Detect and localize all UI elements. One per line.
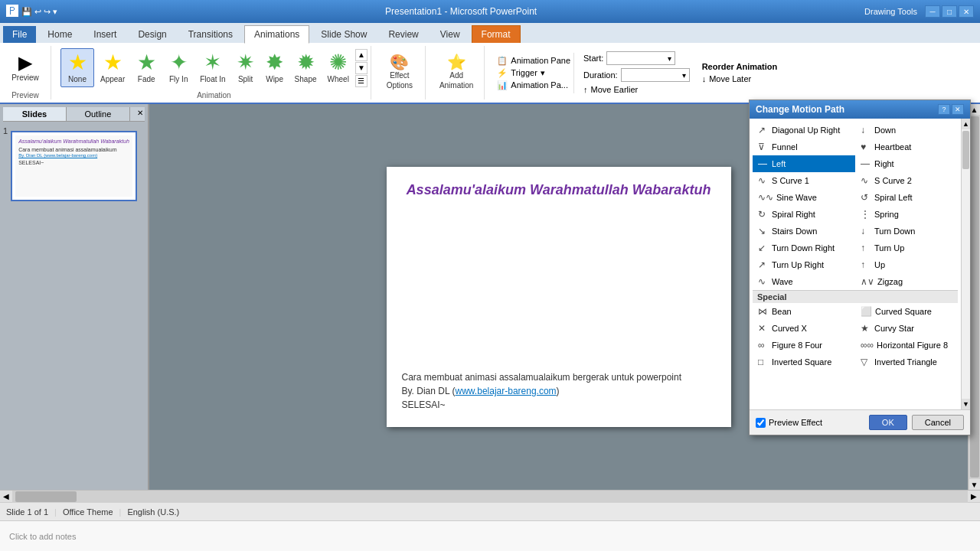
slide-title: Assalamu'alaikum Warahmatullah Wabaraktu… [402, 182, 716, 198]
h-scroll-thumb[interactable] [15, 491, 77, 502]
tab-insert[interactable]: Insert [83, 25, 126, 43]
slide-thumbnail[interactable]: Assalamu'alaikum Warahmatullah Wabaraktu… [11, 131, 137, 201]
wheel-label: Wheel [328, 75, 349, 83]
s-curve-1-icon: ∿ [758, 175, 769, 186]
item-curvy-star[interactable]: ★ Curvy Star [855, 320, 958, 337]
item-heartbeat[interactable]: ♥ Heartbeat [855, 139, 958, 155]
animation-pane-btn[interactable]: Animation Pane [511, 56, 570, 65]
move-earlier-btn[interactable]: Move Earlier [591, 85, 639, 94]
cancel-button[interactable]: Cancel [912, 415, 964, 430]
turn-up-right-icon: ↗ [758, 259, 769, 270]
title-bar: 🅿 💾 ↩ ↪ ▾ Presentation1 - Microsoft Powe… [0, 0, 980, 23]
item-spiral-right[interactable]: ↻ Spiral Right [753, 206, 855, 223]
item-spring[interactable]: ⋮ Spring [855, 206, 958, 223]
trigger-btn[interactable]: Trigger [511, 68, 537, 77]
close-button[interactable]: ✕ [959, 5, 974, 18]
item-turn-down[interactable]: ↓ Turn Down [855, 223, 958, 240]
dialog-scroll-down[interactable]: ▼ [962, 399, 970, 409]
preview-effect-checkbox[interactable] [756, 418, 766, 428]
notes-bar[interactable]: Click to add notes [0, 520, 980, 551]
tab-slideshow[interactable]: Slide Show [311, 25, 377, 43]
item-zigzag[interactable]: ∧∨ Zigzag [855, 273, 958, 290]
anim-none[interactable]: ★ None [60, 48, 94, 87]
anim-shape[interactable]: ✹ Shape [290, 49, 322, 86]
tab-home[interactable]: Home [38, 25, 82, 43]
trigger-row: ⚡ Trigger ▾ [497, 68, 570, 78]
item-right[interactable]: — Right [855, 155, 958, 172]
scroll-more-btn[interactable]: ☰ [355, 75, 368, 87]
move-later-btn[interactable]: Move Later [709, 74, 751, 83]
anim-floatin[interactable]: ✶ Float In [195, 49, 230, 86]
preview-group-label: Preview [11, 91, 39, 99]
item-turn-down-right[interactable]: ↙ Turn Down Right [753, 240, 855, 256]
item-diagonal-up-right[interactable]: ↗ Diagonal Up Right [753, 122, 855, 139]
duration-input[interactable]: ▾ [621, 68, 690, 82]
scroll-down-arrow[interactable]: ▼ [969, 479, 980, 490]
item-down[interactable]: ↓ Down [855, 122, 958, 139]
tab-animations[interactable]: Animations [244, 25, 309, 44]
item-sine-wave[interactable]: ∿∿ Sine Wave [753, 189, 855, 206]
item-bean[interactable]: ⋈ Bean [753, 303, 855, 320]
preview-button[interactable]: ▶ Preview [6, 51, 44, 85]
item-s-curve-1[interactable]: ∿ S Curve 1 [753, 172, 855, 189]
anim-appear[interactable]: ★ Appear [96, 49, 129, 86]
item-s-curve-2[interactable]: ∿ S Curve 2 [855, 172, 958, 189]
h-scroll-right[interactable]: ▶ [968, 491, 980, 502]
add-animation-button[interactable]: ⭐ Add Animation [435, 51, 478, 93]
item-curved-square[interactable]: ⬜ Curved Square [855, 303, 958, 320]
item-inverted-square[interactable]: □ Inverted Square [753, 354, 855, 370]
item-figure-8-four[interactable]: ∞ Figure 8 Four [753, 337, 855, 354]
outline-tab[interactable]: Outline [67, 107, 130, 121]
dialog-help-btn[interactable]: ? [938, 104, 950, 115]
anim-pane-btn2[interactable]: Animation Pa... [511, 80, 568, 90]
item-horizontal-figure-8[interactable]: ∞∞ Horizontal Figure 8 [855, 337, 958, 354]
slide-thumb-area: 1 Assalamu'alaikum Warahmatullah Wabarak… [3, 126, 145, 201]
effect-options-button[interactable]: 🎨 Effect Options [381, 51, 419, 93]
item-curved-x[interactable]: ✕ Curved X [753, 320, 855, 337]
slide-canvas[interactable]: Assalamu'alaikum Warahmatullah Wabaraktu… [387, 167, 731, 427]
anim-fade[interactable]: ★ Fade [131, 49, 162, 86]
dialog-scroll-up[interactable]: ▲ [962, 119, 970, 129]
item-up[interactable]: ↑ Up [855, 256, 958, 273]
item-turn-up-right[interactable]: ↗ Turn Up Right [753, 256, 855, 273]
item-turn-up[interactable]: ↑ Turn Up [855, 240, 958, 256]
item-left[interactable]: — Left [753, 155, 855, 172]
item-stairs-down[interactable]: ↘ Stairs Down [753, 223, 855, 240]
anim-wheel[interactable]: ✺ Wheel [323, 49, 354, 86]
scroll-down-btn[interactable]: ▼ [355, 62, 368, 74]
h-scroll-left[interactable]: ◀ [0, 491, 12, 502]
trigger-dropdown[interactable]: ▾ [541, 68, 545, 78]
tab-transitions[interactable]: Transitions [178, 25, 243, 43]
scroll-thumb[interactable] [970, 116, 979, 478]
scroll-up-btn[interactable]: ▲ [355, 49, 368, 61]
ok-button[interactable]: OK [869, 415, 907, 430]
tab-view[interactable]: View [430, 25, 470, 43]
item-wave-left[interactable]: ∿ Wave [753, 273, 855, 290]
maximize-button[interactable]: □ [942, 5, 957, 18]
minimize-button[interactable]: ─ [925, 5, 940, 18]
tab-design[interactable]: Design [128, 25, 176, 43]
thumb-line2: Cara membuat animasi assalamualaikum [18, 146, 129, 153]
flyin-icon: ✦ [170, 52, 188, 73]
effect-options-label: Options [387, 81, 413, 90]
start-dropdown[interactable]: ▾ [606, 51, 675, 65]
tab-review[interactable]: Review [378, 25, 428, 43]
add-anim-label: Add [449, 71, 463, 80]
tab-file[interactable]: File [3, 26, 36, 43]
floatin-icon: ✶ [204, 52, 221, 73]
item-funnel[interactable]: ⊽ Funnel [753, 139, 855, 155]
anim-flyin[interactable]: ✦ Fly In [163, 49, 194, 86]
dialog-action-buttons: OK Cancel [869, 415, 964, 430]
tab-format[interactable]: Format [472, 25, 521, 43]
anim-wipe[interactable]: ✸ Wipe [261, 49, 289, 86]
slides-tab[interactable]: Slides [3, 107, 67, 121]
dialog-close-btn[interactable]: ✕ [952, 104, 964, 115]
anim-split[interactable]: ✷ Split [232, 49, 260, 86]
item-spiral-left[interactable]: ↺ Spiral Left [855, 189, 958, 206]
item-inverted-triangle[interactable]: ▽ Inverted Triangle [855, 354, 958, 370]
turn-down-icon: ↓ [861, 226, 871, 236]
dialog-scroll-thumb[interactable] [962, 131, 969, 169]
close-panel-btn[interactable]: ✕ [130, 107, 145, 121]
dialog-content-area: ↗ Diagonal Up Right ↓ Down ⊽ Funnel ♥ He… [750, 119, 970, 409]
split-label: Split [238, 75, 253, 83]
